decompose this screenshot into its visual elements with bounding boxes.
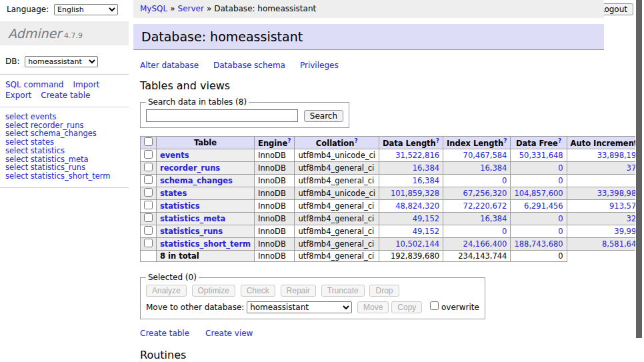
data-length-cell-link[interactable]: 16,384: [413, 163, 439, 173]
sidebar-table-links: select eventsselect recorder_runsselect …: [0, 113, 129, 181]
total-engine-cell: InnoDB: [255, 251, 295, 262]
move-database-select[interactable]: homeassistant: [247, 301, 352, 313]
selected-legend: Selected (0): [146, 273, 199, 282]
sidebar-action-import[interactable]: Import: [73, 80, 99, 89]
search-button[interactable]: Search: [304, 110, 343, 122]
drop-button[interactable]: Drop: [369, 285, 399, 297]
create-view-link[interactable]: Create view: [205, 329, 253, 338]
data-free-cell: 50,331,648: [511, 149, 567, 162]
move-label: Move to other database:: [146, 303, 244, 312]
table-name-link[interactable]: statistics_short_term: [160, 239, 251, 249]
breadcrumb-link[interactable]: Server: [178, 4, 204, 13]
data-length-cell: 49,152: [379, 225, 443, 238]
index-length-cell-link[interactable]: 0: [502, 176, 507, 185]
scrollbar-thumb[interactable]: [636, 0, 642, 338]
search-input[interactable]: [146, 109, 298, 122]
move-buttons: MoveCopy: [355, 303, 422, 312]
check-button[interactable]: Check: [241, 285, 275, 297]
help-link[interactable]: ?: [558, 137, 561, 144]
table-name-link[interactable]: schema_changes: [160, 176, 233, 185]
row-checkbox[interactable]: [144, 175, 153, 184]
data-free-cell-link[interactable]: 0: [558, 176, 563, 185]
help-link[interactable]: ?: [287, 137, 291, 144]
repair-button[interactable]: Repair: [281, 285, 316, 297]
row-checkbox[interactable]: [144, 188, 153, 197]
truncate-button[interactable]: Truncate: [321, 285, 365, 297]
table-name-link[interactable]: statistics_runs: [160, 227, 223, 236]
data-length-cell-link[interactable]: 31,522,816: [395, 151, 439, 160]
select-all-checkbox[interactable]: [144, 137, 153, 146]
index-length-cell-link[interactable]: 16,384: [480, 214, 507, 223]
row-checkbox[interactable]: [144, 201, 153, 209]
data-free-cell-link[interactable]: 50,331,648: [519, 151, 563, 160]
engine-cell: InnoDB: [255, 238, 295, 251]
analyze-button[interactable]: Analyze: [146, 285, 187, 297]
selected-fieldset: Selected (0) Analyze Optimize Check Repa…: [140, 273, 485, 319]
copy-button[interactable]: Copy: [391, 301, 422, 313]
sidebar-action-sql-command[interactable]: SQL command: [5, 80, 63, 89]
row-checkbox[interactable]: [144, 239, 153, 247]
sidebar-action-export[interactable]: Export: [5, 91, 31, 100]
db-select[interactable]: homeassistant: [25, 56, 98, 67]
table-name-link[interactable]: statistics_meta: [160, 214, 225, 223]
index-length-cell-link[interactable]: 67,256,320: [463, 189, 507, 198]
auto-increment-cell: 8,581,645: [567, 238, 644, 251]
data-free-cell-link[interactable]: 188,743,680: [514, 239, 563, 249]
create-table-link[interactable]: Create table: [140, 329, 189, 338]
table-name-link[interactable]: events: [160, 151, 189, 160]
data-length-cell-link[interactable]: 48,824,320: [395, 201, 439, 211]
index-length-cell-link[interactable]: 24,166,400: [463, 239, 507, 249]
auto-increment-cell-link[interactable]: 33,898,196: [597, 151, 641, 160]
table-name-link[interactable]: recorder_runs: [160, 163, 220, 173]
sidebar-action-create-table[interactable]: Create table: [41, 91, 90, 100]
index-length-cell: 0: [443, 175, 511, 187]
auto-increment-cell-link[interactable]: 33,398,984: [597, 189, 641, 198]
row-checkbox[interactable]: [144, 213, 153, 222]
data-length-cell-link[interactable]: 101,859,328: [391, 189, 439, 198]
db-nav-privileges[interactable]: Privileges: [300, 61, 339, 70]
data-free-cell-link[interactable]: 0: [558, 214, 563, 223]
data-free-cell-link[interactable]: 104,857,600: [514, 189, 563, 198]
index-length-cell-link[interactable]: 72,220,672: [463, 201, 507, 211]
collation-cell: utf8mb4_unicode_ci: [295, 187, 379, 200]
language-select[interactable]: English: [54, 4, 118, 15]
help-link[interactable]: ?: [354, 137, 357, 144]
row-checkbox[interactable]: [144, 163, 153, 171]
help-link[interactable]: ?: [503, 137, 507, 144]
help-link[interactable]: ?: [436, 137, 439, 144]
data-length-cell: 10,502,144: [379, 238, 443, 251]
optimize-button[interactable]: Optimize: [192, 285, 235, 297]
index-length-cell-link[interactable]: 16,384: [480, 163, 507, 173]
row-checkbox[interactable]: [144, 150, 153, 159]
header-checkbox-cell: [141, 137, 157, 149]
overwrite-label: overwrite: [441, 303, 479, 312]
sidebar-actions: SQL commandImport ExportCreate table: [0, 80, 129, 100]
data-free-cell-link[interactable]: 6,291,456: [524, 201, 563, 211]
tables-table: TableEngine?Collation?Data Length?Index …: [140, 136, 644, 262]
breadcrumb-link[interactable]: MySQL: [140, 4, 167, 13]
data-length-cell-link[interactable]: 16,384: [413, 176, 439, 185]
sidebar-actions-line1: SQL commandImport: [5, 80, 129, 89]
sidebar-table-link-item: select statistics_short_term: [5, 172, 129, 181]
table-name-cell: schema_changes: [157, 175, 255, 187]
sidebar-table-link[interactable]: select statistics_short_term: [5, 171, 110, 181]
move-button[interactable]: Move: [357, 301, 389, 313]
index-length-cell-link[interactable]: 70,467,584: [463, 151, 507, 160]
engine-cell: InnoDB: [255, 200, 295, 213]
row-checkbox-cell: [141, 162, 157, 175]
data-length-cell-link[interactable]: 49,152: [413, 214, 439, 223]
db-nav-database-schema[interactable]: Database schema: [213, 61, 285, 70]
table-name-link[interactable]: states: [160, 189, 187, 198]
data-length-cell-link[interactable]: 49,152: [413, 227, 439, 236]
index-length-cell-link[interactable]: 0: [502, 227, 507, 236]
row-checkbox-cell: [141, 200, 157, 213]
auto-increment-cell: 378: [567, 162, 644, 175]
row-checkbox[interactable]: [144, 226, 153, 235]
db-nav-alter-database[interactable]: Alter database: [140, 61, 199, 70]
data-free-cell-link[interactable]: 0: [558, 227, 563, 236]
table-name-link[interactable]: statistics: [160, 201, 200, 211]
data-free-cell-link[interactable]: 0: [558, 163, 563, 173]
overwrite-checkbox[interactable]: [430, 301, 439, 310]
data-free-cell: 6,291,456: [511, 200, 567, 213]
data-length-cell-link[interactable]: 10,502,144: [395, 239, 439, 249]
